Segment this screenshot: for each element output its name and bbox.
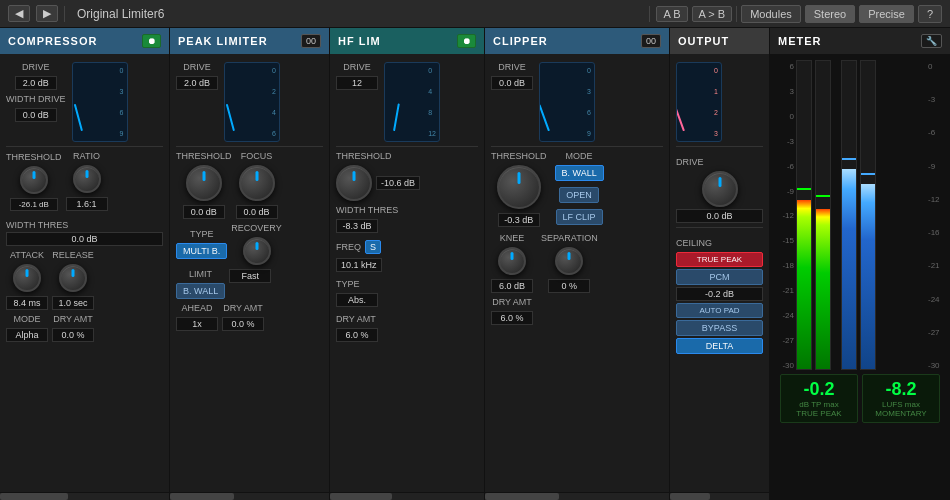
clipper-drive-display: 0 3 6 9 (539, 62, 595, 142)
bypass-btn[interactable]: BYPASS (676, 320, 763, 336)
limit-bwall-btn[interactable]: B. WALL (176, 283, 225, 299)
top-bar: ◀ ▶ Original Limiter6 A B A > B Modules … (0, 0, 950, 28)
output-scrollbar[interactable] (670, 492, 769, 500)
output-body: 0 1 2 3 DRIVE 0.0 dB CEILING TRUE PEAK P… (670, 54, 769, 492)
mode-bwall-btn[interactable]: B. WALL (555, 165, 604, 181)
meter-bar-1 (796, 60, 812, 370)
peak-limiter-panel: PEAK LIMITER 00 DRIVE 2.0 dB 0 2 4 6 (170, 28, 330, 500)
clipper-bypass[interactable]: 00 (641, 34, 661, 48)
separation-knob[interactable] (555, 247, 583, 275)
hf-threshold-knob[interactable] (336, 165, 372, 201)
hf-scrollbar[interactable] (330, 492, 484, 500)
threshold-knob[interactable] (20, 166, 48, 194)
compressor-drive-col: DRIVE 2.0 dB WIDTH DRIVE 0.0 dB (6, 62, 66, 122)
help-button[interactable]: ? (918, 5, 942, 23)
comp-scrollbar[interactable] (0, 492, 169, 500)
peak-limiter-header: PEAK LIMITER 00 (170, 28, 329, 54)
hf-drive-display: 0 4 8 12 (384, 62, 440, 142)
meter-scale-left: 6 3 0 -3 -6 -9 -12 -15 -18 -21 -24 -27 -… (776, 60, 794, 370)
hf-lim-bypass[interactable]: ⏺ (457, 34, 476, 48)
width-drive-label: WIDTH DRIVE (6, 94, 66, 104)
meter-title: METER (778, 35, 822, 47)
drive-value: 2.0 dB (15, 76, 57, 90)
meter-panel: METER 🔧 6 3 0 -3 -6 -9 -12 -15 -18 -21 -… (770, 28, 950, 500)
clipper-scrollbar[interactable] (485, 492, 669, 500)
knee-knob[interactable] (498, 247, 526, 275)
ceiling-truepeak-btn[interactable]: TRUE PEAK (676, 252, 763, 267)
focus-knob[interactable] (239, 165, 275, 201)
mode-open-btn[interactable]: OPEN (559, 187, 599, 203)
ab-swap-button[interactable]: A > B (692, 6, 733, 22)
width-drive-value: 0.0 dB (15, 108, 57, 122)
output-panel: OUTPUT 0 1 2 3 DRIVE 0.0 dB CEILING (670, 28, 770, 500)
ratio-col: RATIO 1.6:1 (66, 151, 108, 211)
compressor-drive-display: 0 3 6 9 (72, 62, 128, 142)
clipper-header: CLIPPER 00 (485, 28, 669, 54)
hf-s-badge[interactable]: S (365, 240, 381, 254)
drive-scale: 0 3 6 9 (120, 67, 124, 137)
sep1 (6, 146, 163, 147)
compressor-body: DRIVE 2.0 dB WIDTH DRIVE 0.0 dB 0 3 6 9 (0, 54, 169, 492)
tp-value: -0.2 (785, 379, 853, 400)
ceiling-pcm-btn[interactable]: PCM (676, 269, 763, 285)
attack-knob[interactable] (13, 264, 41, 292)
clipper-panel: CLIPPER 00 DRIVE 0.0 dB 0 3 6 9 (485, 28, 670, 500)
bottom-meters: -0.2 dB TP max TRUE PEAK -8.2 LUFS max M… (776, 370, 944, 423)
drive-needle (73, 104, 82, 132)
drive-label: DRIVE (22, 62, 50, 72)
compressor-header: COMPRESSOR ⏺ (0, 28, 169, 54)
meter-bar-3 (841, 60, 857, 370)
meter-body: 6 3 0 -3 -6 -9 -12 -15 -18 -21 -24 -27 -… (770, 54, 950, 429)
recovery-knob[interactable] (243, 237, 271, 265)
forward-button[interactable]: ▶ (36, 5, 58, 22)
delta-btn[interactable]: DELTA (676, 338, 763, 354)
ratio-knob[interactable] (73, 165, 101, 193)
preset-title: Original Limiter6 (71, 7, 643, 21)
meter-bars (796, 60, 926, 370)
compressor-bypass-icon[interactable]: ⏺ (142, 34, 161, 48)
clipper-title: CLIPPER (493, 35, 548, 47)
comp-threshold-row: THRESHOLD -26.1 dB RATIO 1.6:1 (6, 151, 163, 211)
peak-threshold-knob[interactable] (186, 165, 222, 201)
peak-scrollbar[interactable] (170, 492, 329, 500)
meter-bar-4 (860, 60, 876, 370)
type-multi-btn[interactable]: MULTI B. (176, 243, 227, 259)
peak-limiter-bypass[interactable]: 00 (301, 34, 321, 48)
hf-lim-header: HF LIM ⏺ (330, 28, 484, 54)
hf-lim-title: HF LIM (338, 35, 381, 47)
stereo-button[interactable]: Stereo (805, 5, 855, 23)
hf-lim-body: DRIVE 12 0 4 8 12 THRESHOLD (330, 54, 484, 492)
lufs-label: MOMENTARY (867, 409, 935, 418)
ab-button[interactable]: A B (656, 6, 687, 22)
peak-limiter-title: PEAK LIMITER (178, 35, 268, 47)
release-knob[interactable] (59, 264, 87, 292)
peak-limiter-body: DRIVE 2.0 dB 0 2 4 6 THRESHOLD (170, 54, 329, 492)
clipper-drive-needle (539, 104, 550, 131)
hf-lim-panel: HF LIM ⏺ DRIVE 12 0 4 8 12 (330, 28, 485, 500)
top-bar-right: A B A > B Modules Stereo Precise ? (656, 5, 942, 23)
peak-drive-display: 0 2 4 6 (224, 62, 280, 142)
modules-button[interactable]: Modules (741, 5, 801, 23)
output-needle (676, 106, 685, 131)
compressor-title: COMPRESSOR (8, 35, 97, 47)
attack-row: ATTACK 8.4 ms RELEASE 1.0 sec (6, 250, 163, 310)
hf-drive-needle (393, 103, 400, 131)
meter-settings-btn[interactable]: 🔧 (921, 34, 942, 48)
lufs-value: -8.2 (867, 379, 935, 400)
auto-pad-btn[interactable]: AUTO PAD (676, 303, 763, 318)
tp-meter-box: -0.2 dB TP max TRUE PEAK (780, 374, 858, 423)
tp-unit: dB TP max (785, 400, 853, 409)
back-button[interactable]: ◀ (8, 5, 30, 22)
meter-scale-right: 0 -3 -6 -9 -12 -16 -21 -24 -27 -30 (928, 60, 944, 370)
output-title: OUTPUT (678, 35, 729, 47)
compressor-drive-row: DRIVE 2.0 dB WIDTH DRIVE 0.0 dB 0 3 6 9 (6, 62, 163, 142)
precise-button[interactable]: Precise (859, 5, 914, 23)
lufs-meter-box: -8.2 LUFS max MOMENTARY (862, 374, 940, 423)
output-drive-knob[interactable] (702, 171, 738, 207)
tp-label: TRUE PEAK (785, 409, 853, 418)
mode-lfclip-btn[interactable]: LF CLIP (556, 209, 603, 225)
clipper-body: DRIVE 0.0 dB 0 3 6 9 THRESHOLD (485, 54, 669, 492)
clipper-threshold-knob[interactable] (497, 165, 541, 209)
threshold-col: THRESHOLD -26.1 dB (6, 152, 62, 211)
peak-drive-needle (226, 104, 235, 132)
